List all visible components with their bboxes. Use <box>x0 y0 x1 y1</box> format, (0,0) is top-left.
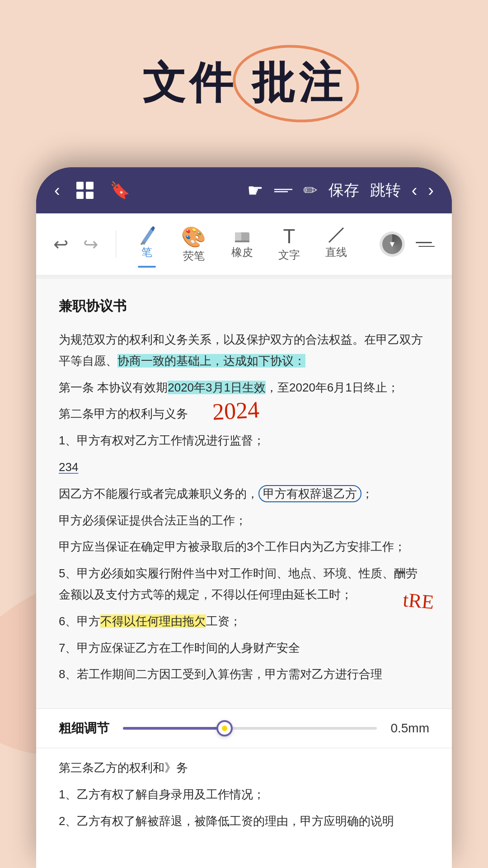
header-right: ☛ ✏ 保存 跳转 ‹ › <box>247 180 434 201</box>
doc-para-14: 1、乙方有权了解自身录用及工作情况； <box>59 784 429 805</box>
color-picker-inner: ▼ <box>382 234 402 254</box>
hand-tool-icon[interactable]: ☛ <box>247 180 263 201</box>
thickness-value: 0.5mm <box>390 721 429 736</box>
document-title: 兼职协议书 <box>59 297 429 316</box>
thickness-label: 粗细调节 <box>59 720 109 737</box>
doc-para-3: 第二条甲方的权利与义务 2024 <box>59 403 429 425</box>
doc-para-12: 8、若工作期间二方因工受到入算伤害，甲方需对乙方进行合理 <box>59 664 429 685</box>
document-body: 为规范双方的权利和义务关系，以及保护双方的合法权益。在甲乙双方平等自愿、协商一致… <box>59 329 429 685</box>
circle-annotation: 甲方有权辞退乙方 <box>258 485 361 502</box>
highlight-cyan-1: 协商一致的基础上，达成如下协议： <box>117 354 305 368</box>
document-content[interactable]: 兼职协议书 为规范双方的权利和义务关系，以及保护双方的合法权益。在甲乙双方平等自… <box>36 279 452 708</box>
toolbar-divider <box>116 231 116 258</box>
pen-header-icon[interactable]: ✏ <box>303 180 318 200</box>
header-left: ‹ 🔖 <box>54 181 130 200</box>
jump-button[interactable]: 跳转 <box>370 180 401 201</box>
eraser-label: 橡皮 <box>231 245 253 259</box>
highlight-yellow: 不得以任何理由拖欠 <box>100 614 206 628</box>
phone-mockup: ‹ 🔖 ☛ ✏ 保存 跳转 ‹ › ↩ <box>36 167 452 868</box>
doc-para-9: 5、甲方必须如实履行附件当中对工作时间、地点、环境、性质、酬劳金额以及支付方式等… <box>59 563 429 605</box>
eraser-icon <box>232 225 252 245</box>
line-tool[interactable]: 直线 <box>313 221 360 268</box>
bookmark-button[interactable]: 🔖 <box>110 181 130 200</box>
pen-label: 笔 <box>141 245 152 259</box>
dropdown-arrow: ▼ <box>388 240 396 249</box>
thickness-bar: 粗细调节 0.5mm <box>36 708 452 748</box>
document-section: 兼职协议书 为规范双方的权利和义务关系，以及保护双方的合法权益。在甲乙双方平等自… <box>59 297 429 685</box>
document-content-2[interactable]: 第三条乙方的权利和》务 1、乙方有权了解自身录用及工作情况； 2、乙方有权了解被… <box>36 748 452 855</box>
doc-para-8: 甲方应当保证在确定甲方被录取后的3个工作日内为乙方安排工作； <box>59 536 429 557</box>
undo-button[interactable]: ↩ <box>50 230 72 258</box>
toolbar: ↩ ↪ 笔 🎨 荧笔 <box>36 213 452 275</box>
stroke-line-thin <box>418 246 435 247</box>
phone-inner: ‹ 🔖 ☛ ✏ 保存 跳转 ‹ › ↩ <box>36 167 452 868</box>
handwriting-signature: tRE <box>401 582 435 620</box>
svg-rect-4 <box>235 232 241 241</box>
highlighter-tool[interactable]: 🎨 荧笔 <box>169 221 219 268</box>
content-top-shadow <box>36 275 452 279</box>
undo-redo-group: ↩ ↪ <box>50 230 102 258</box>
pen-tool[interactable]: 笔 <box>125 221 169 268</box>
slider-thumb[interactable] <box>216 720 233 736</box>
stroke-line-thick <box>416 242 432 243</box>
line-label: 直线 <box>325 245 347 259</box>
svg-line-6 <box>329 228 343 242</box>
text-icon: T <box>283 225 296 248</box>
grid-button[interactable] <box>76 182 94 199</box>
next-page-button[interactable]: › <box>428 181 434 200</box>
highlighter-icon: 🎨 <box>181 225 206 249</box>
doc-para-4: 1、甲方有权对乙方工作情况进行监督； <box>59 430 429 451</box>
doc-para-10: 6、甲方不得以任何理由拖欠工资； <box>59 611 429 632</box>
toolbar-tools: 笔 🎨 荧笔 橡皮 T <box>125 221 375 268</box>
document-body-2: 第三条乙方的权利和》务 1、乙方有权了解自身录用及工作情况； 2、乙方有权了解被… <box>59 757 429 831</box>
doc-para-6: 因乙方不能履行或者完成兼职义务的，甲方有权辞退乙方； <box>59 483 429 505</box>
color-picker-button[interactable]: ▼ <box>380 231 405 257</box>
doc-para-15: 2、乙方有权了解被辞退，被降低工资的理由，甲方应明确的说明 <box>59 811 429 832</box>
underline-234: 234 <box>59 460 78 474</box>
slider-fill <box>123 727 225 730</box>
stroke-width-button[interactable] <box>412 238 438 250</box>
save-button[interactable]: 保存 <box>328 180 359 201</box>
page-title: 文件 批注 <box>142 54 346 113</box>
prev-page-button[interactable]: ‹ <box>412 181 418 200</box>
handwriting-2024: 2024 <box>211 389 261 434</box>
text-tool[interactable]: T 文字 <box>266 221 313 268</box>
pen-icon <box>138 225 156 245</box>
doc-para-1: 为规范双方的权利和义务关系，以及保护双方的合法权益。在甲乙双方平等自愿、协商一致… <box>59 329 429 372</box>
doc-para-13: 第三条乙方的权利和》务 <box>59 757 429 778</box>
eraser-tool[interactable]: 橡皮 <box>219 221 266 268</box>
app-header: ‹ 🔖 ☛ ✏ 保存 跳转 ‹ › <box>36 167 452 213</box>
slider-thumb-dot <box>222 726 227 731</box>
back-button[interactable]: ‹ <box>54 181 60 200</box>
line-icon <box>326 225 346 245</box>
hand-lines-icon <box>274 188 292 193</box>
thickness-slider[interactable] <box>123 727 377 730</box>
doc-para-11: 7、甲方应保证乙方在工作时间的人身财产安全 <box>59 637 429 659</box>
svg-rect-5 <box>235 241 249 242</box>
document-content-wrapper: 兼职协议书 为规范双方的权利和义务关系，以及保护双方的合法权益。在甲乙双方平等自… <box>36 275 452 868</box>
doc-para-7: 甲方必须保证提供合法正当的工作； <box>59 510 429 531</box>
highlighter-label: 荧笔 <box>183 249 205 263</box>
title-area: 文件 批注 <box>0 54 488 113</box>
toolbar-right: ▼ <box>380 231 438 257</box>
text-label: 文字 <box>278 248 300 262</box>
doc-para-5: 234 <box>59 457 429 478</box>
redo-button[interactable]: ↪ <box>80 230 102 258</box>
